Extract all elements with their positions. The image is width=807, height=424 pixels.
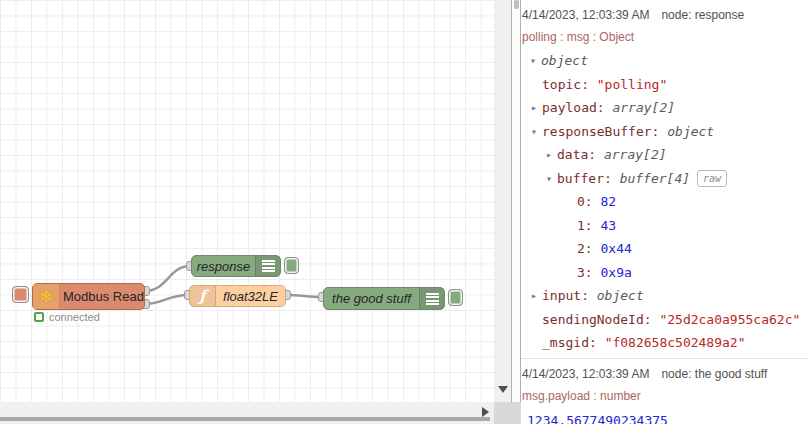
message-tree: 1234.5677490234375 [522, 410, 807, 424]
canvas-horizontal-scrollbar[interactable] [0, 402, 494, 424]
debug-value-number: 1234.5677490234375 [527, 413, 668, 424]
debug-list-icon [419, 288, 444, 309]
message-meta-row: 4/14/2023, 12:03:39 AMnode: the good stu… [522, 367, 807, 382]
debug-value-number: 82 [600, 194, 616, 209]
debug-value-type: array[2] [612, 100, 675, 115]
raw-button[interactable]: raw [697, 170, 727, 187]
debug-value-plain [589, 77, 597, 92]
wire-modbus-to-response[interactable] [145, 266, 190, 291]
debug-tree-row: ▾buffer: buffer[4]raw [522, 167, 807, 191]
debug-value-plain [589, 288, 597, 303]
response-debug-toggle-button[interactable] [284, 257, 299, 274]
debug-tree-row: 2: 0x44 [522, 237, 807, 261]
message-meta-row: 4/14/2023, 12:03:39 AMnode: response [522, 8, 807, 23]
debug-tree-row: sendingNodeId: "25d2ca0a955ca62c" [522, 308, 807, 332]
debug-tree-row: topic: "polling" [522, 73, 807, 97]
wires-layer [0, 0, 494, 402]
debug-tree-row: ▾responseBuffer: object [522, 120, 807, 144]
response-node-label: response [192, 259, 255, 274]
node-modbus-read[interactable]: ✻ Modbus Read [32, 283, 145, 310]
debug-value-string: "polling" [597, 77, 667, 92]
debug-value-key: _msgid: [542, 335, 597, 350]
message-path: msg.payload : number [522, 389, 807, 404]
function-glyph: ƒ [199, 289, 205, 304]
debug-tree-row: 3: 0x9a [522, 261, 807, 285]
modbus-status: connected [34, 311, 100, 323]
debug-value-key: topic: [542, 77, 589, 92]
status-square-icon [34, 312, 44, 322]
message-timestamp: 4/14/2023, 12:03:39 AM [522, 367, 649, 381]
modbus-flower-icon: ✻ [33, 284, 60, 309]
collapse-arrow-icon[interactable]: ▾ [530, 49, 536, 73]
flow-canvas[interactable]: ✻ Modbus Read connected response ƒ float… [0, 0, 494, 402]
goodstuff-node-label: the good stuff [324, 291, 419, 306]
message-timestamp: 4/14/2023, 12:03:39 AM [522, 8, 649, 22]
debug-tree-row: ▸payload: array[2] [522, 96, 807, 120]
scroll-right-arrow-icon[interactable] [482, 407, 489, 417]
debug-message: 4/14/2023, 12:03:39 AMnode: the good stu… [521, 359, 807, 424]
node-response-debug[interactable]: response [191, 255, 281, 277]
debug-value-number: 43 [600, 218, 616, 233]
debug-list-glyph [262, 260, 275, 272]
debug-list-glyph [426, 293, 439, 305]
debug-value-string: "25d2ca0a955ca62c" [659, 312, 800, 327]
debug-value-key: 1: [577, 218, 593, 233]
message-tree: ▾objecttopic: "polling"▸payload: array[2… [522, 49, 807, 355]
debug-value-key: 0: [577, 194, 593, 209]
debug-value-number: 0x9a [600, 265, 631, 280]
debug-tree-row: 1234.5677490234375 [522, 410, 807, 424]
debug-value-key: payload: [542, 100, 605, 115]
debug-value-key: 2: [577, 241, 593, 256]
function-icon: ƒ [190, 286, 216, 306]
debug-value-key: buffer: [557, 171, 612, 186]
expand-arrow-icon[interactable]: ▸ [531, 96, 537, 120]
node-red-window: ✻ Modbus Read connected response ƒ float… [0, 0, 807, 424]
debug-list-icon [255, 256, 280, 276]
debug-value-string: "f082658c502489a2" [605, 335, 746, 350]
expand-arrow-icon[interactable]: ▸ [546, 143, 552, 167]
debug-value-key: sendingNodeId: [542, 312, 652, 327]
debug-value-plain [597, 335, 605, 350]
debug-value-key: data: [557, 147, 596, 162]
goodstuff-debug-toggle-button[interactable] [448, 289, 463, 306]
message-source-node[interactable]: node: the good stuff [661, 367, 767, 381]
message-path: polling : msg : Object [522, 30, 807, 45]
debug-value-type: object [597, 288, 644, 303]
expand-arrow-icon[interactable]: ▸ [531, 284, 537, 308]
modbus-node-button[interactable] [12, 286, 29, 303]
scrollbar-corner [494, 402, 521, 424]
collapse-arrow-icon[interactable]: ▾ [531, 120, 537, 144]
sidebar-separator[interactable] [511, 0, 521, 402]
canvas-vertical-scrollbar[interactable] [494, 0, 511, 402]
debug-value-type: object [541, 53, 588, 68]
debug-value-type: object [667, 124, 714, 139]
debug-tree-row: 1: 43 [522, 214, 807, 238]
scroll-down-arrow-icon[interactable] [498, 386, 508, 393]
wire-modbus-to-float32le[interactable] [145, 295, 188, 304]
debug-message: 4/14/2023, 12:03:39 AMnode: responsepoll… [521, 0, 807, 359]
node-float32le-function[interactable]: ƒ float32LE [189, 285, 286, 307]
debug-tree-row: _msgid: "f082658c502489a2" [522, 331, 807, 355]
modbus-node-label: Modbus Read [60, 289, 144, 304]
collapse-arrow-icon[interactable]: ▾ [546, 167, 552, 191]
debug-value-plain [612, 171, 620, 186]
debug-tree-row: ▾object [522, 49, 807, 73]
wire-float32le-to-goodstuff[interactable] [286, 295, 322, 297]
horizontal-scroll-thumb[interactable] [0, 417, 490, 421]
debug-value-plain [596, 147, 604, 162]
sidebar-scroll-thumb[interactable] [514, 0, 519, 9]
debug-value-number: 0x44 [600, 241, 631, 256]
debug-value-key: responseBuffer: [542, 124, 659, 139]
debug-value-type: array[2] [604, 147, 667, 162]
debug-tree-row: ▸input: object [522, 284, 807, 308]
debug-tree-row: ▸data: array[2] [522, 143, 807, 167]
debug-message-list: 4/14/2023, 12:03:39 AMnode: responsepoll… [521, 0, 807, 424]
debug-value-type: buffer[4] [620, 171, 690, 186]
debug-tree-row: 0: 82 [522, 190, 807, 214]
float32le-node-label: float32LE [216, 289, 285, 304]
status-text: connected [49, 311, 100, 323]
debug-sidebar: 4/14/2023, 12:03:39 AMnode: responsepoll… [521, 0, 807, 424]
message-source-node[interactable]: node: response [661, 8, 744, 22]
modbus-flower-glyph: ✻ [40, 289, 53, 304]
node-goodstuff-debug[interactable]: the good stuff [323, 287, 445, 310]
